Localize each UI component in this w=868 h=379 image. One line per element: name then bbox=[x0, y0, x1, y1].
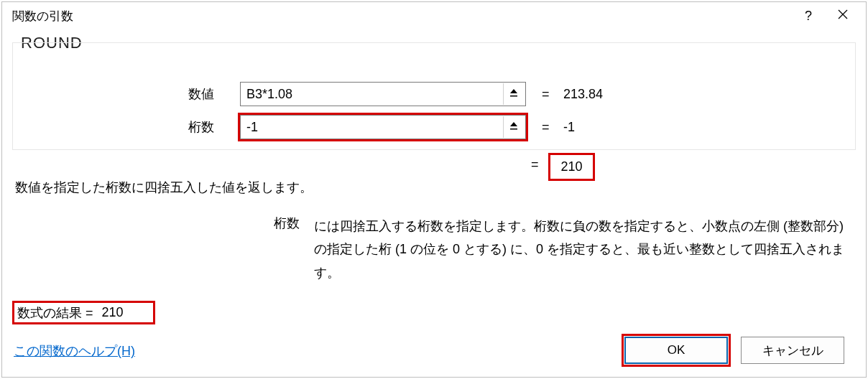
range-select-icon bbox=[508, 87, 520, 101]
arg-input-number[interactable] bbox=[241, 87, 503, 102]
titlebar: 関数の引数 ? bbox=[2, 2, 866, 29]
function-description: 数値を指定した桁数に四捨五入した値を返します。 bbox=[15, 179, 313, 196]
intermediate-result: 210 bbox=[548, 153, 595, 181]
arg-input-wrap-number bbox=[240, 82, 526, 106]
help-button[interactable]: ? bbox=[791, 3, 826, 29]
equals-sign: = bbox=[542, 120, 550, 135]
arg-input-digits[interactable] bbox=[241, 120, 503, 135]
cancel-button[interactable]: キャンセル bbox=[741, 337, 844, 364]
collapse-dialog-button-number[interactable] bbox=[503, 83, 524, 105]
help-link[interactable]: この関数のヘルプ(H) bbox=[14, 342, 135, 360]
arg-label-number: 数値 bbox=[70, 85, 214, 103]
question-icon: ? bbox=[805, 9, 812, 24]
arguments-group: 数値 = 213.84 桁数 bbox=[12, 42, 856, 150]
svg-rect-1 bbox=[510, 128, 517, 130]
formula-result-label: 数式の結果 = bbox=[17, 304, 93, 322]
arg-eval-number: 213.84 bbox=[563, 87, 603, 102]
arg-label-digits: 桁数 bbox=[70, 118, 214, 136]
ok-button[interactable]: OK bbox=[624, 337, 728, 364]
arg-description-label: 桁数 bbox=[274, 215, 300, 232]
function-arguments-dialog: 関数の引数 ? ROUND 数値 = 213.84 bbox=[1, 1, 867, 378]
dialog-title: 関数の引数 bbox=[12, 8, 791, 24]
arg-eval-digits: -1 bbox=[563, 120, 575, 135]
formula-result: 数式の結果 = 210 bbox=[12, 301, 155, 324]
ok-button-label: OK bbox=[668, 343, 685, 357]
equals-sign: = bbox=[531, 157, 539, 172]
svg-rect-0 bbox=[510, 95, 517, 97]
cancel-button-label: キャンセル bbox=[762, 342, 823, 359]
formula-result-value: 210 bbox=[102, 305, 124, 320]
arg-row-digits: 桁数 = -1 bbox=[13, 113, 855, 141]
arg-row-number: 数値 = 213.84 bbox=[13, 80, 855, 108]
close-button[interactable] bbox=[826, 3, 860, 29]
equals-sign: = bbox=[542, 87, 550, 102]
range-select-icon bbox=[508, 120, 520, 134]
intermediate-result-value: 210 bbox=[560, 159, 582, 174]
close-icon bbox=[837, 9, 849, 24]
collapse-dialog-button-digits[interactable] bbox=[503, 116, 524, 138]
arg-description-text: には四捨五入する桁数を指定します。桁数に負の数を指定すると、小数点の左側 (整数… bbox=[314, 215, 853, 284]
arg-input-wrap-digits bbox=[240, 115, 526, 139]
